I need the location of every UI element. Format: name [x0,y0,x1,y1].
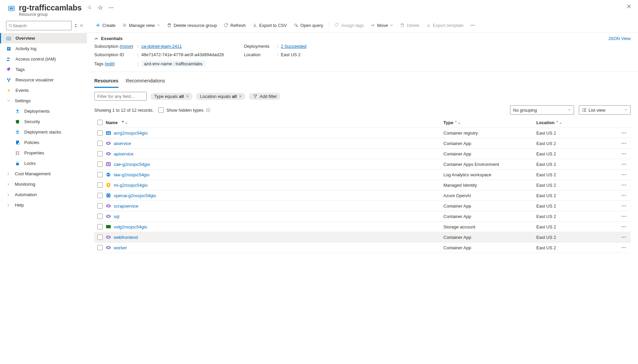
resource-row[interactable]: sqlContainer AppEast US 2 [94,211,631,222]
row-more-button[interactable] [617,216,631,217]
open-query-button[interactable]: Open query [291,20,326,30]
row-checkbox[interactable] [97,224,103,229]
row-checkbox[interactable] [97,172,103,177]
tags-edit-link[interactable]: edit [106,61,113,66]
row-more-button[interactable] [617,163,631,165]
row-more-button[interactable] [617,184,631,186]
row-checkbox[interactable] [97,214,103,219]
resource-row[interactable]: aiserviceContainer AppEast US 2 [94,138,631,149]
nav-monitoring[interactable]: Monitoring [0,179,87,189]
nav-tags[interactable]: Tags [0,64,87,75]
col-header-name[interactable]: Name [106,120,443,125]
tab-resources[interactable]: Resources [94,77,119,88]
remove-filter-icon[interactable] [186,95,189,98]
filter-pill-location[interactable]: Location equals all [196,93,245,100]
nav-help[interactable]: Help [0,200,87,210]
row-checkbox[interactable] [97,182,103,188]
resource-link[interactable]: volg2nssjsc54gio [114,224,147,229]
checkbox[interactable] [158,107,164,113]
resource-link[interactable]: apiservice [114,151,134,156]
move-button[interactable]: Move [368,20,396,30]
nav-deployments[interactable]: Deployments [0,106,87,116]
resource-link[interactable]: acrg2nssjsc54gio [114,131,147,136]
create-button[interactable]: Create [93,20,118,30]
toolbar-more-button[interactable] [468,20,478,30]
sidebar-search-input[interactable] [13,23,69,28]
refresh-button[interactable]: Refresh [221,20,248,30]
row-checkbox[interactable] [97,141,103,146]
select-all-checkbox[interactable] [97,120,103,125]
resource-row[interactable]: scrapserviceContainer AppEast US 2 [94,201,631,211]
resource-row[interactable]: openai-g2nssjsc54gioAzure OpenAIEast US … [94,190,631,201]
nav-events[interactable]: Events [0,85,87,96]
resource-link[interactable]: law-g2nssjsc54gio [114,172,149,177]
row-more-button[interactable] [617,205,631,207]
star-icon[interactable] [97,5,103,11]
add-filter-button[interactable]: Add filter [249,93,280,100]
row-checkbox[interactable] [97,245,103,250]
nav-access-control[interactable]: Access control (IAM) [0,54,87,64]
row-more-button[interactable] [617,226,631,227]
filter-input[interactable] [94,92,147,101]
resource-link[interactable]: mi-g2nssjsc54gio [114,183,147,188]
deployments-link[interactable]: 2 Succeeded [281,44,306,49]
info-icon[interactable] [206,108,210,112]
nav-settings[interactable]: Settings [0,96,87,106]
nav-policies[interactable]: Policies [0,137,87,148]
row-checkbox[interactable] [97,203,103,209]
nav-security[interactable]: Security [0,116,87,127]
nav-resource-visualizer[interactable]: Resource visualizer [0,75,87,85]
subscription-move-link[interactable]: move [121,44,132,49]
nav-cost-management[interactable]: Cost Management [0,169,87,179]
pin-icon[interactable] [87,5,93,11]
nav-locks[interactable]: Locks [0,158,87,169]
json-view-link[interactable]: JSON View [608,36,631,41]
row-more-button[interactable] [617,132,631,134]
filter-pill-type[interactable]: Type equals all [150,93,193,100]
view-dropdown[interactable]: List view [579,105,631,115]
resource-link[interactable]: openai-g2nssjsc54gio [114,193,156,198]
col-header-location[interactable]: Location [536,120,617,125]
grouping-dropdown[interactable]: No grouping [510,105,574,115]
more-icon[interactable] [108,5,114,11]
row-checkbox[interactable] [97,193,103,198]
resource-link[interactable]: sql [114,214,120,219]
resource-link[interactable]: worker [114,245,127,250]
row-more-button[interactable] [617,236,631,238]
essentials-toggle[interactable]: Essentials JSON View [94,36,631,41]
resource-link[interactable]: scrapservice [114,204,138,209]
expand-icon[interactable] [74,23,77,29]
resource-row[interactable]: cae-g2nssjsc54gioContainer Apps Environm… [94,159,631,170]
col-header-type[interactable]: Type [443,120,536,125]
row-more-button[interactable] [617,153,631,154]
resource-link[interactable]: cae-g2nssjsc54gio [114,162,150,167]
tag-chip[interactable]: azd-env-name : trafficcamlabs [141,61,205,67]
row-checkbox[interactable] [97,234,103,240]
nav-activity-log[interactable]: Activity log [0,43,87,54]
sidebar-search[interactable] [6,21,72,30]
resource-row[interactable]: mi-g2nssjsc54gioManaged IdentityEast US … [94,180,631,190]
close-icon[interactable] [626,3,632,9]
row-checkbox[interactable] [97,161,103,167]
row-more-button[interactable] [617,143,631,144]
resource-link[interactable]: webfrontend [114,235,138,240]
row-more-button[interactable] [617,195,631,196]
resource-row[interactable]: acrg2nssjsc54gioContainer registryEast U… [94,128,631,138]
resource-row[interactable]: law-g2nssjsc54gioLog Analytics workspace… [94,170,631,180]
resource-link[interactable]: aiservice [114,141,131,146]
tab-recommendations[interactable]: Recommendations [126,77,165,88]
collapse-sidebar-icon[interactable] [79,23,83,29]
remove-filter-icon[interactable] [239,95,242,98]
row-more-button[interactable] [617,174,631,175]
nav-automation[interactable]: Automation [0,189,87,200]
subscription-link[interactable]: ca-dotnet-team-2411 [141,44,182,49]
nav-properties[interactable]: Properties [0,148,87,158]
row-checkbox[interactable] [97,130,103,136]
nav-overview[interactable]: Overview [0,33,87,43]
manage-view-button[interactable]: Manage view [120,20,163,30]
row-checkbox[interactable] [97,151,103,156]
nav-deployment-stacks[interactable]: Deployment stacks [0,127,87,137]
export-csv-button[interactable]: Export to CSV [250,20,290,30]
delete-rg-button[interactable]: Delete resource group [164,20,220,30]
resource-row[interactable]: webfrontendContainer AppEast US 2 [94,232,631,243]
